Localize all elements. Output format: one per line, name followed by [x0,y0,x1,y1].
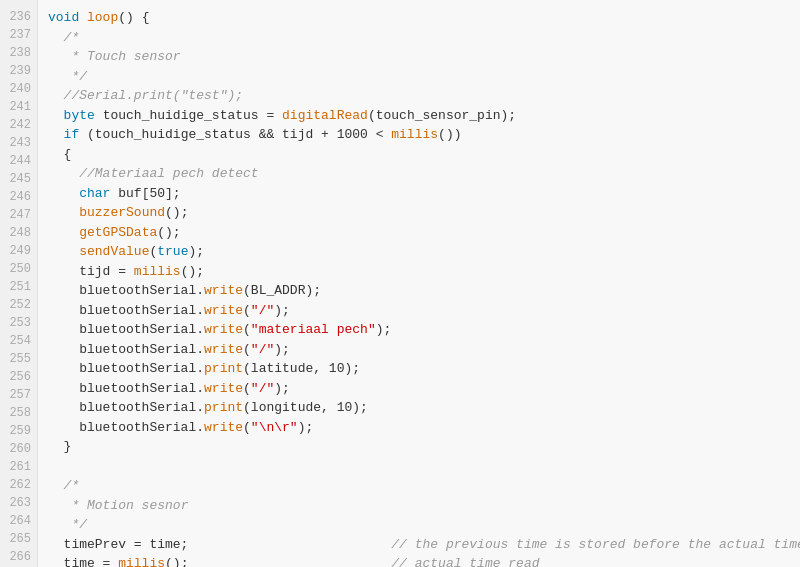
code-line: time = millis(); // actual time read [48,554,790,567]
line-number: 265 [6,530,31,548]
line-number: 236 [6,8,31,26]
code-line: if (touch_huidige_status && tijd + 1000 … [48,125,790,145]
code-line: bluetoothSerial.print(longitude, 10); [48,398,790,418]
line-number: 244 [6,152,31,170]
code-line: bluetoothSerial.write("/"); [48,379,790,399]
code-line: sendValue(true); [48,242,790,262]
line-number: 238 [6,44,31,62]
line-number: 237 [6,26,31,44]
line-number: 246 [6,188,31,206]
code-line: /* [48,28,790,48]
code-line: bluetoothSerial.write("/"); [48,301,790,321]
line-number: 261 [6,458,31,476]
line-number: 250 [6,260,31,278]
line-number: 241 [6,98,31,116]
code-line: * Motion sesnor [48,496,790,516]
code-line: //Serial.print("test"); [48,86,790,106]
code-line: */ [48,67,790,87]
code-line: buzzerSound(); [48,203,790,223]
line-number: 255 [6,350,31,368]
code-line [48,457,790,477]
code-line: tijd = millis(); [48,262,790,282]
code-line: getGPSData(); [48,223,790,243]
code-line: */ [48,515,790,535]
line-number: 245 [6,170,31,188]
line-number: 263 [6,494,31,512]
line-number: 249 [6,242,31,260]
line-number: 247 [6,206,31,224]
code-line: * Touch sensor [48,47,790,67]
line-number: 252 [6,296,31,314]
code-line: bluetoothSerial.write("\n\r"); [48,418,790,438]
line-number: 248 [6,224,31,242]
line-number: 259 [6,422,31,440]
code-line: bluetoothSerial.write("/"); [48,340,790,360]
line-numbers: 2362372382392402412422432442452462472482… [0,0,38,567]
code-line: } [48,437,790,457]
line-number: 257 [6,386,31,404]
line-number: 254 [6,332,31,350]
code-line: bluetoothSerial.write("materiaal pech"); [48,320,790,340]
code-line: byte touch_huidige_status = digitalRead(… [48,106,790,126]
code-line: /* [48,476,790,496]
code-line: bluetoothSerial.print(latitude, 10); [48,359,790,379]
line-number: 242 [6,116,31,134]
line-number: 253 [6,314,31,332]
line-number: 251 [6,278,31,296]
line-number: 262 [6,476,31,494]
code-line: void loop() { [48,8,790,28]
code-line: char buf[50]; [48,184,790,204]
code-editor: 2362372382392402412422432442452462472482… [0,0,800,567]
line-number: 260 [6,440,31,458]
line-number: 243 [6,134,31,152]
code-line: bluetoothSerial.write(BL_ADDR); [48,281,790,301]
line-number: 256 [6,368,31,386]
line-number: 239 [6,62,31,80]
line-number: 240 [6,80,31,98]
code-content[interactable]: void loop() { /* * Touch sensor */ //Ser… [38,0,800,567]
line-number: 266 [6,548,31,566]
line-number: 264 [6,512,31,530]
code-line: timePrev = time; // the previous time is… [48,535,790,555]
line-number: 258 [6,404,31,422]
code-line: { [48,145,790,165]
code-line: //Materiaal pech detect [48,164,790,184]
